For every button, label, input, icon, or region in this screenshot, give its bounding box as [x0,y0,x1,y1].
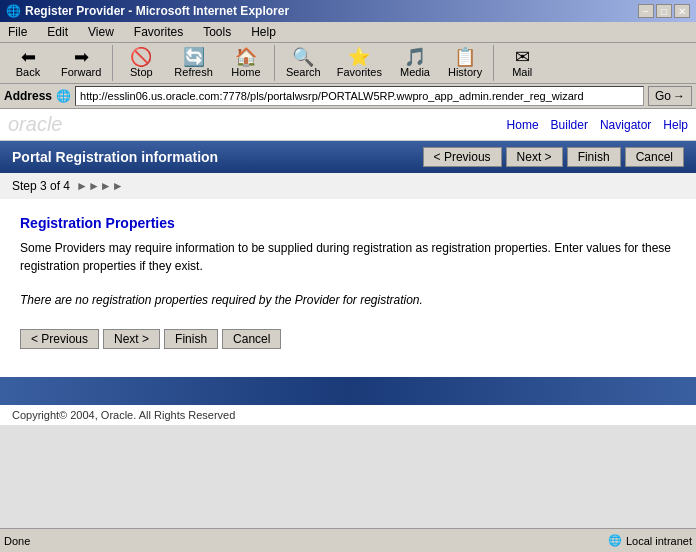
minimize-button[interactable]: − [638,4,654,18]
window-title: 🌐 Register Provider - Microsoft Internet… [6,4,289,18]
status-bar: Done 🌐 Local intranet [0,528,696,552]
toolbar-separator-1 [112,45,113,81]
next-button-top[interactable]: Next > [506,147,563,167]
menu-help[interactable]: Help [247,24,280,40]
go-button[interactable]: Go → [648,86,692,106]
toolbar-separator-2 [274,45,275,81]
nav-navigator[interactable]: Navigator [600,118,651,132]
back-button[interactable]: ⬅ Back [4,45,52,81]
top-action-buttons: < Previous Next > Finish Cancel [423,147,684,167]
status-right: 🌐 Local intranet [608,534,692,547]
address-icon: 🌐 [56,89,71,103]
menu-view[interactable]: View [84,24,118,40]
nav-home[interactable]: Home [507,118,539,132]
go-arrow-icon: → [673,89,685,103]
footer-band [0,377,696,405]
step-arrows: ►►►► [76,179,124,193]
forward-icon: ➡ [74,48,89,66]
address-input[interactable] [75,86,644,106]
main-content: Registration Properties Some Providers m… [0,199,696,377]
finish-button-bottom[interactable]: Finish [164,329,218,349]
menu-tools[interactable]: Tools [199,24,235,40]
title-bar: 🌐 Register Provider - Microsoft Internet… [0,0,696,22]
window-icon: 🌐 [6,4,21,18]
previous-button-top[interactable]: < Previous [423,147,502,167]
portal-header: oracle Home Builder Navigator Help [0,109,696,141]
menu-file[interactable]: File [4,24,31,40]
home-button[interactable]: 🏠 Home [222,45,270,81]
no-properties-text: There are no registration properties req… [20,291,676,309]
home-icon: 🏠 [235,48,257,66]
nav-help[interactable]: Help [663,118,688,132]
history-button[interactable]: 📋 History [441,45,489,81]
section-description: Some Providers may require information t… [20,239,676,275]
toolbar-separator-3 [493,45,494,81]
page-title: Portal Registration information [12,149,218,165]
media-icon: 🎵 [404,48,426,66]
mail-button[interactable]: ✉ Mail [498,45,546,81]
section-title: Registration Properties [20,215,676,231]
menu-edit[interactable]: Edit [43,24,72,40]
stop-button[interactable]: 🚫 Stop [117,45,165,81]
close-button[interactable]: ✕ [674,4,690,18]
stop-icon: 🚫 [130,48,152,66]
restore-button[interactable]: □ [656,4,672,18]
content-area: oracle Home Builder Navigator Help Porta… [0,109,696,539]
back-icon: ⬅ [21,48,36,66]
search-button[interactable]: 🔍 Search [279,45,328,81]
refresh-icon: 🔄 [183,48,205,66]
favorites-icon: ⭐ [348,48,370,66]
next-button-bottom[interactable]: Next > [103,329,160,349]
copyright-text: Copyright© 2004, Oracle. All Rights Rese… [0,405,696,425]
step-bar: Step 3 of 4 ►►►► [0,173,696,199]
forward-button[interactable]: ➡ Forward [54,45,108,81]
status-text: Done [4,535,30,547]
media-button[interactable]: 🎵 Media [391,45,439,81]
zone-text: Local intranet [626,535,692,547]
favorites-button[interactable]: ⭐ Favorites [330,45,389,81]
portal-nav: Home Builder Navigator Help [507,118,688,132]
portal-title-bar: Portal Registration information < Previo… [0,141,696,173]
cancel-button-bottom[interactable]: Cancel [222,329,281,349]
history-icon: 📋 [454,48,476,66]
bottom-action-buttons: < Previous Next > Finish Cancel [20,329,676,349]
search-icon: 🔍 [292,48,314,66]
previous-button-bottom[interactable]: < Previous [20,329,99,349]
cancel-button-top[interactable]: Cancel [625,147,684,167]
address-bar: Address 🌐 Go → [0,84,696,109]
portal-logo: oracle [8,113,62,136]
finish-button-top[interactable]: Finish [567,147,621,167]
address-label: Address [4,89,52,103]
refresh-button[interactable]: 🔄 Refresh [167,45,220,81]
menu-favorites[interactable]: Favorites [130,24,187,40]
step-label: Step 3 of 4 [12,179,70,193]
go-label: Go [655,89,671,103]
toolbar: ⬅ Back ➡ Forward 🚫 Stop 🔄 Refresh 🏠 Home… [0,43,696,84]
menu-bar: File Edit View Favorites Tools Help [0,22,696,43]
nav-builder[interactable]: Builder [551,118,588,132]
zone-icon: 🌐 [608,534,622,547]
window-controls[interactable]: − □ ✕ [638,4,690,18]
mail-icon: ✉ [515,48,530,66]
